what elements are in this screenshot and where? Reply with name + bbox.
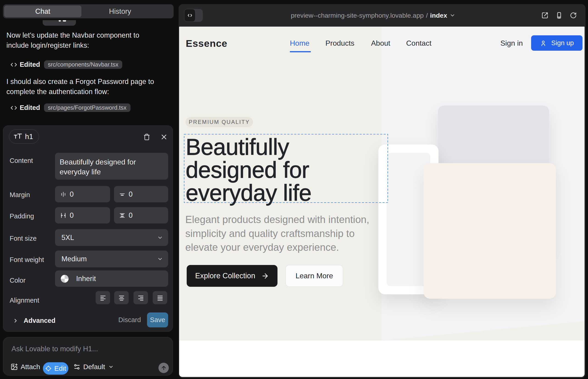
font-size-label: Font size [10,235,37,242]
file-chip[interactable]: src/pages/ForgotPassword.tsx [44,103,130,112]
margin-x-input[interactable]: 0 [55,186,110,202]
chat-mode-select[interactable]: Default [73,363,114,371]
font-weight-label: Font weight [10,256,44,264]
margin-y-input[interactable]: 0 [114,186,168,202]
chevron-down-icon [157,256,163,262]
nav-link-about[interactable]: About [371,39,390,47]
code-icon [10,104,17,111]
premium-quality-badge: PREMIUM QUALITY [186,117,253,127]
site-logo[interactable]: Essence [186,38,228,49]
margin-vertical-icon [119,191,126,198]
discard-button[interactable]: Discard [118,313,141,327]
chat-composer[interactable]: Ask Lovable to modify H1... Attach Edit … [3,337,173,376]
mobile-view-button[interactable] [556,12,563,19]
selected-element-chip[interactable]: h1 [9,129,39,144]
app-root: Chat History Now let's update the Navbar… [0,0,588,379]
chrome-actions [542,4,577,27]
attach-button[interactable]: Attach [11,363,40,371]
content-textarea[interactable]: Beautifully designed for everyday life [55,153,168,180]
advanced-toggle[interactable]: Advanced [13,317,56,324]
user-icon [540,40,547,47]
tab-chat[interactable]: Chat [4,5,81,17]
edited-label: Edited [20,104,40,111]
nav-link-products[interactable]: Products [325,39,354,47]
url-bar[interactable]: preview--charming-site-symphony.lovable.… [179,4,586,27]
edited-file-row: Edited src/pages/ForgotPassword.tsx [10,103,130,112]
chat-message: I should also create a Forgot Password p… [6,76,154,96]
edited-file-row: Edited src/components/Navbar.tsx [10,60,122,69]
file-chip[interactable]: src/components/Navbar.tsx [44,60,123,69]
color-label: Color [10,277,25,284]
selected-tag-name: h1 [25,132,33,141]
chat-history-tabbar: Chat History [3,4,174,18]
type-icon [14,133,22,140]
align-justify-button[interactable] [153,291,167,304]
send-button[interactable] [158,363,169,373]
chevron-down-icon [449,12,455,18]
font-size-select[interactable]: 5XL [55,229,168,246]
edit-mode-button[interactable]: Edit [43,362,68,375]
url-separator: / [426,12,428,19]
delete-element-button[interactable] [143,133,150,141]
content-label: Content [10,157,33,164]
preview-browser-window: preview--charming-site-symphony.lovable.… [179,4,586,378]
decor-card-beige [424,163,556,299]
padding-vertical-icon [119,212,126,219]
align-left-button[interactable] [96,291,110,304]
crosshair-icon [45,365,52,372]
arrow-up-icon [161,365,167,371]
font-weight-select[interactable]: Medium [55,251,168,267]
nav-link-contact[interactable]: Contact [406,39,431,47]
learn-more-button[interactable]: Learn More [286,265,343,287]
align-center-button[interactable] [114,291,129,304]
image-plus-icon [11,363,18,371]
padding-x-input[interactable]: 0 [55,207,110,223]
chevron-down-icon [157,235,163,241]
align-right-button[interactable] [134,291,148,304]
margin-label: Margin [10,191,30,199]
composer-placeholder: Ask Lovable to modify H1... [12,345,98,353]
padding-y-input[interactable]: 0 [114,207,168,223]
alignment-label: Alignment [10,297,39,304]
nav-link-home[interactable]: Home [290,39,309,47]
element-editor-panel: h1 Content Beautifully designed for ever… [3,126,173,332]
margin-horizontal-icon [60,191,67,198]
url-host: preview--charming-site-symphony.lovable.… [291,12,424,19]
close-editor-button[interactable] [160,134,167,141]
open-external-button[interactable] [542,12,548,19]
transparency-swatch-icon [61,275,69,283]
hero-heading[interactable]: Beautifully designed for everyday life [186,135,311,204]
edited-label: Edited [20,61,40,68]
arrow-right-icon [261,272,269,280]
color-input[interactable]: Inherit [55,270,168,287]
scrolled-chip-fragment [43,20,76,26]
chevron-down-icon [108,364,114,370]
hero-paragraph: Elegant products designed with intention… [185,213,369,254]
chevron-right-icon [13,318,19,324]
chat-message: Now let's update the Navbar component to… [6,30,139,50]
save-button[interactable]: Save [147,313,168,327]
tab-history[interactable]: History [81,5,159,17]
sign-in-link[interactable]: Sign in [500,39,523,47]
site-preview-viewport: Essence Home Products About Contact Sign… [179,27,585,377]
explore-collection-button[interactable]: Explore Collection [187,265,278,287]
nav-active-underline [290,51,311,52]
refresh-button[interactable] [570,12,577,19]
url-page: index [430,12,447,19]
padding-horizontal-icon [60,212,67,219]
code-icon [10,61,17,68]
settings-sliders-icon [73,363,80,371]
hero-section: Essence Home Products About Contact Sign… [179,27,585,340]
padding-label: Padding [10,212,34,220]
sign-up-button[interactable]: Sign up [531,35,583,51]
